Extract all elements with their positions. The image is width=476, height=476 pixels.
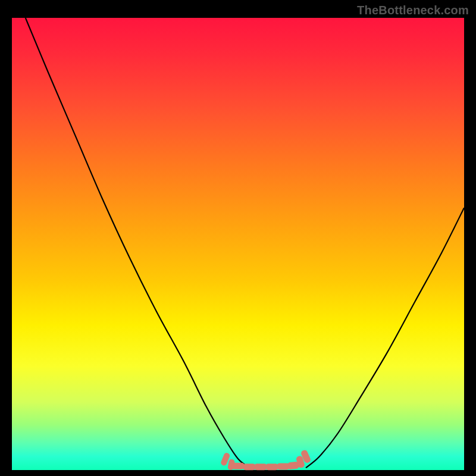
flat-dash <box>243 464 256 470</box>
flat-dash <box>254 464 267 470</box>
left-curve <box>26 18 249 468</box>
attribution-text: TheBottleneck.com <box>357 4 469 17</box>
flat-dash <box>231 463 245 469</box>
plot-svg <box>12 18 464 470</box>
plot-area <box>12 18 464 470</box>
right-curve <box>306 208 464 468</box>
flat-dash <box>265 464 278 470</box>
chart-frame: TheBottleneck.com <box>0 0 476 476</box>
